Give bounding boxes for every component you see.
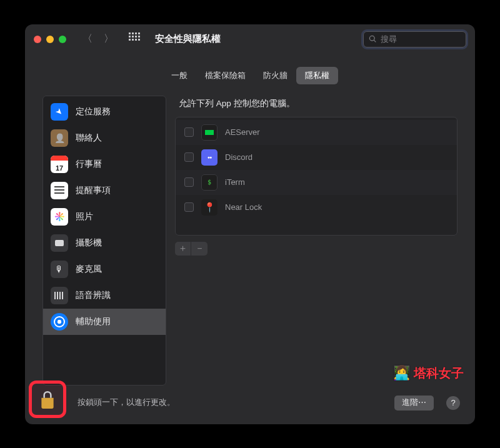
sidebar-item-label: 定位服務 xyxy=(76,106,111,117)
reminders-icon xyxy=(51,182,68,199)
window-controls xyxy=(34,36,66,43)
app-row[interactable]: AEServer xyxy=(176,120,457,145)
sidebar-item-camera[interactable]: 攝影機 xyxy=(43,230,166,256)
app-name: Discord xyxy=(225,152,252,162)
nav-buttons: 〈 〉 xyxy=(82,32,140,46)
remove-app-button[interactable]: － xyxy=(191,242,208,256)
camera-icon xyxy=(51,234,68,252)
app-list[interactable]: AEServer Discord iTerm Near Lock xyxy=(175,117,458,236)
sidebar-item-label: 攝影機 xyxy=(76,237,102,249)
forward-button[interactable]: 〉 xyxy=(104,32,114,46)
sidebar-item-location[interactable]: 定位服務 xyxy=(43,99,166,125)
app-row[interactable]: Discord xyxy=(176,145,457,170)
help-button[interactable]: ? xyxy=(446,396,460,410)
app-checkbox[interactable] xyxy=(184,177,194,187)
sidebar-item-label: 輔助使用 xyxy=(76,316,111,327)
sidebar-item-calendar[interactable]: 行事曆 xyxy=(43,151,166,177)
sidebar-item-reminders[interactable]: 提醒事項 xyxy=(43,177,166,204)
app-row[interactable]: Near Lock xyxy=(176,195,457,220)
lock-icon[interactable] xyxy=(39,390,56,409)
sidebar-item-accessibility[interactable]: 輔助使用 xyxy=(43,309,166,335)
sidebar-item-contacts[interactable]: 聯絡人 xyxy=(43,125,166,151)
sidebar-item-label: 行事曆 xyxy=(76,159,102,170)
right-description: 允許下列 App 控制您的電腦。 xyxy=(179,98,458,109)
lock-text: 按鎖頭一下，以進行更改。 xyxy=(78,397,175,408)
window-title: 安全性與隱私權 xyxy=(155,33,221,45)
lock-highlight-annotation xyxy=(29,381,66,418)
location-icon xyxy=(51,103,68,121)
app-checkbox[interactable] xyxy=(184,127,194,137)
app-name: iTerm xyxy=(225,177,245,187)
back-button[interactable]: 〈 xyxy=(82,32,92,46)
preferences-window: 〈 〉 安全性與隱私權 搜尋 一般 檔案保險箱 防火牆 隱私權 定位服務 聯絡人… xyxy=(25,24,475,424)
search-field[interactable]: 搜尋 xyxy=(363,31,466,47)
photos-icon xyxy=(51,208,68,226)
watermark-text: 塔科女子 xyxy=(414,365,464,382)
footer: 按鎖頭一下，以進行更改。 進階⋯ ? xyxy=(25,386,475,424)
app-icon-aeserver xyxy=(201,124,218,141)
sidebar-item-photos[interactable]: 照片 xyxy=(43,204,166,230)
app-row[interactable]: iTerm xyxy=(176,170,457,195)
app-name: AEServer xyxy=(225,127,260,137)
show-all-icon[interactable] xyxy=(129,32,140,46)
zoom-button[interactable] xyxy=(59,36,66,43)
app-icon-nearlock xyxy=(201,199,218,216)
sidebar-item-label: 提醒事項 xyxy=(76,185,111,196)
content-area: 定位服務 聯絡人 行事曆 提醒事項 照片 攝影機 麥克風 語音辨識 輔助使用 允… xyxy=(25,84,475,386)
accessibility-icon xyxy=(51,313,68,331)
tab-general[interactable]: 一般 xyxy=(162,67,196,84)
sidebar-item-microphone[interactable]: 麥克風 xyxy=(43,256,166,282)
tab-filevault[interactable]: 檔案保險箱 xyxy=(196,67,254,84)
calendar-icon xyxy=(51,156,68,173)
app-icon-discord xyxy=(201,149,218,166)
app-name: Near Lock xyxy=(225,202,262,212)
watermark: 👩‍💻 塔科女子 xyxy=(393,365,464,382)
titlebar: 〈 〉 安全性與隱私權 搜尋 xyxy=(25,24,475,54)
tab-bar: 一般 檔案保險箱 防火牆 隱私權 xyxy=(25,67,475,84)
search-placeholder: 搜尋 xyxy=(381,34,397,45)
search-icon xyxy=(369,35,377,43)
add-remove-buttons: ＋ － xyxy=(175,242,458,256)
sidebar-item-label: 麥克風 xyxy=(76,264,102,275)
sidebar-item-label: 照片 xyxy=(76,211,93,222)
privacy-sidebar[interactable]: 定位服務 聯絡人 行事曆 提醒事項 照片 攝影機 麥克風 語音辨識 輔助使用 xyxy=(42,96,166,386)
app-checkbox[interactable] xyxy=(184,202,194,212)
app-checkbox[interactable] xyxy=(184,152,194,162)
sidebar-item-label: 聯絡人 xyxy=(76,132,102,144)
contacts-icon xyxy=(51,129,68,147)
sidebar-item-label: 語音辨識 xyxy=(76,290,111,301)
speech-icon xyxy=(51,287,68,304)
app-icon-iterm xyxy=(201,174,218,191)
tab-firewall[interactable]: 防火牆 xyxy=(254,67,296,84)
sidebar-item-speech[interactable]: 語音辨識 xyxy=(43,282,166,309)
close-button[interactable] xyxy=(34,36,41,43)
right-pane: 允許下列 App 控制您的電腦。 AEServer Discord iTerm … xyxy=(175,96,458,386)
microphone-icon xyxy=(51,261,68,278)
minimize-button[interactable] xyxy=(46,36,54,43)
add-app-button[interactable]: ＋ xyxy=(175,242,191,256)
advanced-button[interactable]: 進階⋯ xyxy=(394,396,434,411)
watermark-avatar-icon: 👩‍💻 xyxy=(393,365,410,381)
tab-privacy[interactable]: 隱私權 xyxy=(296,67,338,84)
